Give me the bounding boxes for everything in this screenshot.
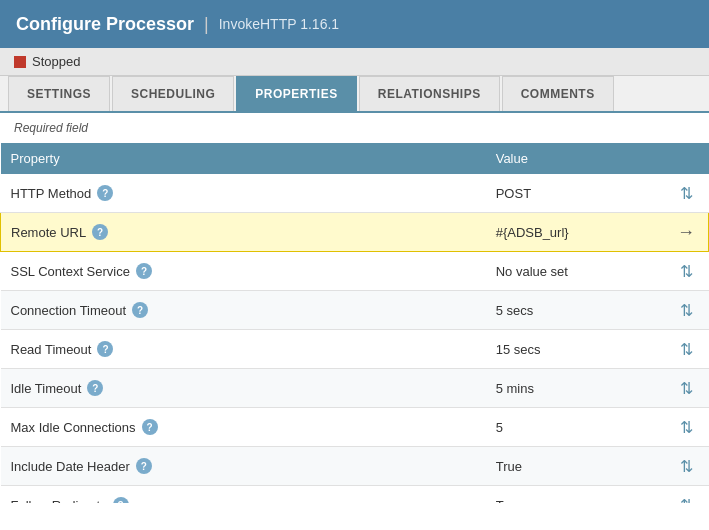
sort-icon[interactable]: ⇅ [674, 259, 698, 283]
property-value-cell[interactable]: True [486, 486, 664, 504]
property-action-cell[interactable]: ⇅ [664, 369, 709, 408]
tab-settings[interactable]: SETTINGS [8, 76, 110, 111]
table-row[interactable]: Include Date Header ? True⇅ [1, 447, 709, 486]
table-row[interactable]: Max Idle Connections ? 5⇅ [1, 408, 709, 447]
property-value-cell[interactable]: No value set [486, 252, 664, 291]
property-name-cell: HTTP Method ? [1, 174, 486, 213]
dialog-title: Configure Processor [16, 14, 194, 35]
property-value-cell[interactable]: 5 [486, 408, 664, 447]
help-icon[interactable]: ? [132, 302, 148, 318]
property-value-text: True [496, 498, 522, 504]
column-header-property: Property [1, 143, 486, 174]
help-icon[interactable]: ? [136, 263, 152, 279]
column-header-value: Value [486, 143, 664, 174]
property-name-cell: SSL Context Service ? [1, 252, 486, 291]
property-name-cell: Max Idle Connections ? [1, 408, 486, 447]
property-name-cell: Idle Timeout ? [1, 369, 486, 408]
property-action-cell[interactable]: → [664, 213, 709, 252]
property-name-text: Include Date Header [11, 459, 130, 474]
property-action-cell[interactable]: ⇅ [664, 330, 709, 369]
table-header-row: Property Value [1, 143, 709, 174]
tab-comments[interactable]: COMMENTS [502, 76, 614, 111]
properties-table: Property Value HTTP Method ? POST⇅ Remot… [0, 143, 709, 503]
help-icon[interactable]: ? [142, 419, 158, 435]
property-value-cell[interactable]: POST [486, 174, 664, 213]
dialog-header: Configure Processor | InvokeHTTP 1.16.1 [0, 0, 709, 48]
status-indicator-icon [14, 56, 26, 68]
property-name-text: Read Timeout [11, 342, 92, 357]
property-action-cell[interactable]: ⇅ [664, 486, 709, 504]
property-value-text: #{ADSB_url} [496, 225, 569, 240]
property-name-cell: Remote URL ? [1, 213, 486, 252]
property-name-cell: Connection Timeout ? [1, 291, 486, 330]
table-row[interactable]: Follow Redirects ? True⇅ [1, 486, 709, 504]
property-value-cell[interactable]: 5 mins [486, 369, 664, 408]
table-row[interactable]: Read Timeout ? 15 secs⇅ [1, 330, 709, 369]
processor-version: InvokeHTTP 1.16.1 [219, 16, 339, 32]
property-action-cell[interactable]: ⇅ [664, 447, 709, 486]
help-icon[interactable]: ? [97, 185, 113, 201]
property-value-text: 5 secs [496, 303, 534, 318]
help-icon[interactable]: ? [113, 497, 129, 503]
property-value-cell[interactable]: #{ADSB_url} [486, 213, 664, 252]
property-name-text: Idle Timeout [11, 381, 82, 396]
help-icon[interactable]: ? [87, 380, 103, 396]
property-name-text: Follow Redirects [11, 498, 107, 504]
table-row[interactable]: SSL Context Service ? No value set⇅ [1, 252, 709, 291]
property-name-text: Connection Timeout [11, 303, 127, 318]
property-name-cell: Follow Redirects ? [1, 486, 486, 504]
property-name-text: HTTP Method [11, 186, 92, 201]
help-icon[interactable]: ? [97, 341, 113, 357]
sort-icon[interactable]: ⇅ [674, 337, 698, 361]
property-value-text: 5 mins [496, 381, 534, 396]
table-row[interactable]: HTTP Method ? POST⇅ [1, 174, 709, 213]
property-action-cell[interactable]: ⇅ [664, 174, 709, 213]
property-value-text: True [496, 459, 522, 474]
property-name-cell: Include Date Header ? [1, 447, 486, 486]
property-action-cell[interactable]: ⇅ [664, 408, 709, 447]
property-name-text: Remote URL [11, 225, 86, 240]
sort-icon[interactable]: ⇅ [674, 376, 698, 400]
required-field-note: Required field [0, 113, 709, 143]
tab-properties[interactable]: PROPERTIES [236, 76, 356, 111]
table-row[interactable]: Remote URL ? #{ADSB_url}→ [1, 213, 709, 252]
property-value-text: No value set [496, 264, 568, 279]
property-value-text: 15 secs [496, 342, 541, 357]
arrow-right-icon[interactable]: → [674, 220, 698, 244]
property-value-cell[interactable]: 5 secs [486, 291, 664, 330]
status-label: Stopped [32, 54, 80, 69]
sort-icon[interactable]: ⇅ [674, 454, 698, 478]
sort-icon[interactable]: ⇅ [674, 298, 698, 322]
status-bar: Stopped [0, 48, 709, 76]
sort-icon[interactable]: ⇅ [674, 415, 698, 439]
header-divider: | [204, 14, 209, 35]
property-name-text: Max Idle Connections [11, 420, 136, 435]
property-action-cell[interactable]: ⇅ [664, 291, 709, 330]
properties-table-wrap: Property Value HTTP Method ? POST⇅ Remot… [0, 143, 709, 503]
property-action-cell[interactable]: ⇅ [664, 252, 709, 291]
tab-scheduling[interactable]: SCHEDULING [112, 76, 234, 111]
property-value-text: 5 [496, 420, 503, 435]
help-icon[interactable]: ? [92, 224, 108, 240]
table-row[interactable]: Idle Timeout ? 5 mins⇅ [1, 369, 709, 408]
tab-bar: SETTINGS SCHEDULING PROPERTIES RELATIONS… [0, 76, 709, 113]
property-value-cell[interactable]: True [486, 447, 664, 486]
property-name-cell: Read Timeout ? [1, 330, 486, 369]
sort-icon[interactable]: ⇅ [674, 181, 698, 205]
help-icon[interactable]: ? [136, 458, 152, 474]
property-value-cell[interactable]: 15 secs [486, 330, 664, 369]
tab-relationships[interactable]: RELATIONSHIPS [359, 76, 500, 111]
table-row[interactable]: Connection Timeout ? 5 secs⇅ [1, 291, 709, 330]
sort-icon[interactable]: ⇅ [674, 493, 698, 503]
property-value-text: POST [496, 186, 531, 201]
column-header-actions [664, 143, 709, 174]
property-name-text: SSL Context Service [11, 264, 130, 279]
